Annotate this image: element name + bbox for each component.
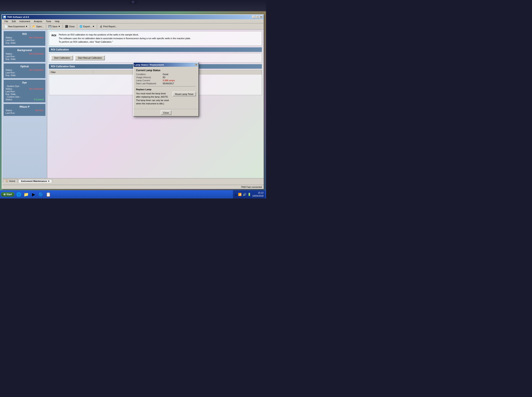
lamp-status-modal: Lamp Status / Replacement ✕ Current Lamp… — [133, 62, 199, 117]
usage-value: 83 — [163, 76, 165, 78]
modal-footer: Close — [134, 109, 198, 116]
condition-value: Good — [163, 73, 168, 75]
taskbar-chrome-icon[interactable]: 🔵 — [38, 191, 44, 198]
taskbar-app-icon[interactable]: 📋 — [45, 191, 51, 198]
current-lamp-status-title: Current Lamp Status — [136, 69, 196, 72]
usage-label: Usage (Hours): — [136, 76, 163, 78]
start-button[interactable]: ⊞ Start — [1, 192, 15, 197]
modal-divider — [136, 86, 196, 86]
taskbar-tray-arrow[interactable]: △ — [234, 193, 237, 196]
condition-label: Condition: — [136, 73, 163, 75]
reset-lamp-timer-button[interactable]: Reset Lamp Timer — [173, 92, 196, 96]
lamp-current-value: 5.586 amps — [163, 79, 175, 81]
taskbar-time-value: 15:22 — [252, 191, 264, 194]
taskbar-date-value: 19/04/2018 — [252, 194, 264, 198]
modal-title: Lamp Status / Replacement — [134, 63, 164, 66]
modal-overlay: Lamp Status / Replacement ✕ Current Lamp… — [0, 0, 266, 198]
modal-body: Current Lamp Status Condition: Good Usag… — [134, 67, 198, 109]
replace-lamp-row: You must reset the lamp timer after repl… — [136, 92, 196, 107]
lamp-current-label: Lamp Current: — [136, 79, 163, 81]
lamp-current-row: Lamp Current: 5.586 amps — [136, 79, 196, 81]
usage-row: Usage (Hours): 83 — [136, 76, 196, 78]
replace-lamp-title: Replace Lamp — [136, 88, 196, 90]
replace-lamp-text: You must reset the lamp timer after repl… — [136, 92, 171, 105]
taskbar: ⊞ Start 🌐 📁 ▶ 🔵 📋 △ 📶 🔊 🔋 15:22 19/04/20… — [0, 190, 266, 198]
taskbar-clock: 15:22 19/04/2018 — [252, 191, 264, 198]
start-label: Start — [6, 193, 12, 196]
taskbar-media-icon[interactable]: ▶ — [30, 191, 37, 198]
taskbar-ie-icon[interactable]: 🌐 — [15, 191, 22, 198]
taskbar-network-icon[interactable]: 📶 — [238, 193, 241, 196]
windows-logo-icon: ⊞ — [4, 193, 6, 196]
taskbar-battery-icon[interactable]: 🔋 — [247, 193, 251, 196]
taskbar-volume-icon[interactable]: 🔊 — [243, 193, 246, 196]
modal-close-button[interactable]: Close — [161, 110, 171, 115]
taskbar-folder-icon[interactable]: 📁 — [23, 191, 29, 198]
date-replaced-value: 05/30/2017 — [163, 82, 174, 85]
condition-row: Condition: Good — [136, 73, 196, 75]
taskbar-tray: △ 📶 🔊 🔋 15:22 19/04/2018 — [233, 190, 265, 198]
modal-title-bar: Lamp Status / Replacement ✕ — [134, 62, 198, 67]
date-replaced-row: Date Last Replaced: 05/30/2017 — [136, 82, 196, 85]
date-replaced-label: Date Last Replaced: — [136, 82, 163, 85]
modal-close-x-button[interactable]: ✕ — [195, 63, 198, 66]
